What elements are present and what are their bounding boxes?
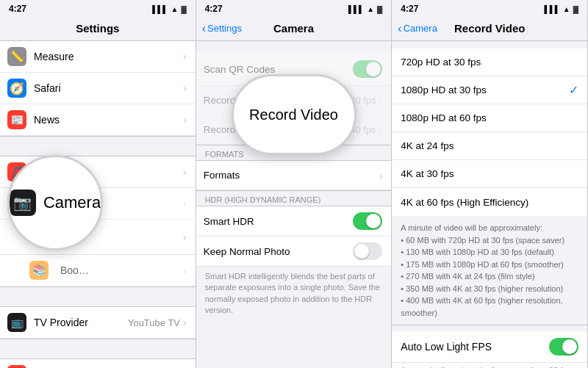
- magnifier-circle-2: Record Video: [232, 74, 356, 155]
- back-to-camera[interactable]: ‹ Camera: [398, 22, 437, 35]
- list-item-measure[interactable]: 📏 Measure ›: [0, 41, 196, 73]
- settings-list-container: 📏 Measure › 🧭 Safari › 📰 News › 🎵 Music: [0, 41, 196, 368]
- status-bar-1: 4:27 ▌▌▌ ▲ ▓: [0, 0, 196, 16]
- status-bar-3: 4:27 ▌▌▌ ▲ ▓: [392, 0, 587, 16]
- list-item-1080p30[interactable]: 1080p HD at 30 fps ✓: [392, 76, 587, 104]
- safari-icon: 🧭: [7, 79, 26, 98]
- panel-settings: 4:27 ▌▌▌ ▲ ▓ Settings 📏 Measure › 🧭 Safa…: [0, 0, 196, 368]
- back-arrow-icon: ‹: [202, 22, 206, 35]
- scan-qr-label: Scan QR Codes: [204, 64, 354, 75]
- toggle-thumb: [366, 62, 381, 76]
- keep-normal-label: Keep Normal Photo: [204, 246, 354, 257]
- camera-nav-title: Camera: [273, 22, 314, 35]
- list-item-formats[interactable]: Formats ›: [196, 161, 392, 190]
- auto-low-toggle[interactable]: [549, 338, 578, 356]
- wifi-icon-3: ▲: [563, 5, 570, 13]
- signal-icon-2: ▌▌▌: [348, 5, 364, 13]
- status-bar-2: 4:27 ▌▌▌ ▲ ▓: [196, 0, 392, 16]
- back-label: Settings: [207, 23, 242, 34]
- auto-low-light-row[interactable]: Auto Low Light FPS: [392, 331, 587, 363]
- list-item-keep-normal[interactable]: Keep Normal Photo: [196, 237, 392, 267]
- record-video-list-container: 720p HD at 30 fps 1080p HD at 30 fps ✓ 1…: [392, 41, 587, 368]
- books-label: Boo…: [60, 264, 183, 276]
- status-icons-3: ▌▌▌ ▲ ▓: [545, 5, 578, 13]
- list-item-smart-hdr[interactable]: Smart HDR: [196, 206, 392, 237]
- chevron-icon: ›: [183, 317, 187, 328]
- list-item-safari[interactable]: 🧭 Safari ›: [0, 73, 196, 104]
- signal-icon: ▌▌▌: [152, 5, 168, 13]
- record-video-nav-title: Record Video: [454, 22, 525, 35]
- tv-value: YouTube TV: [128, 317, 180, 328]
- 1080p60-label: 1080p HD at 60 fps: [401, 112, 578, 123]
- checkmark-icon: ✓: [569, 83, 578, 97]
- 720p30-label: 720p HD at 30 fps: [401, 57, 578, 68]
- chevron-icon: ›: [183, 264, 187, 276]
- top-spacer: [196, 41, 392, 53]
- books-icon: 📚: [29, 261, 49, 280]
- smart-hdr-toggle[interactable]: [353, 212, 382, 230]
- formats-label: Formats: [204, 170, 379, 181]
- tv-label: TV Provider: [34, 317, 128, 328]
- chevron-icon: ›: [183, 166, 187, 178]
- back-to-settings[interactable]: ‹ Settings: [202, 22, 242, 35]
- mid-spacer-3: [392, 325, 587, 331]
- video-size-info: A minute of video will be approximately:…: [392, 216, 587, 325]
- list-item-4k30[interactable]: 4K at 30 fps: [392, 160, 587, 188]
- status-time-1: 4:27: [9, 4, 26, 14]
- smart-hdr-label: Smart HDR: [204, 216, 354, 227]
- chevron-icon: ›: [379, 124, 383, 136]
- 4k24-label: 4K at 24 fps: [401, 140, 578, 151]
- wifi-icon: ▲: [171, 5, 178, 13]
- chevron-icon: ›: [379, 95, 383, 107]
- status-time-3: 4:27: [401, 4, 418, 14]
- list-item-1080p60[interactable]: 1080p HD at 60 fps: [392, 104, 587, 132]
- 4k60-label: 4K at 60 fps (High Efficiency): [401, 197, 578, 208]
- list-item-4k60[interactable]: 4K at 60 fps (High Efficiency): [392, 188, 587, 216]
- battery-icon-2: ▓: [377, 5, 382, 13]
- chevron-icon: ›: [183, 51, 187, 62]
- chevron-icon: ›: [379, 170, 383, 181]
- hdr-section-header: HDR (HIGH DYNAMIC RANGE): [196, 190, 392, 206]
- camera-icon-magnified: 📷: [10, 190, 36, 216]
- magnified-record-label: Record Video: [249, 107, 338, 123]
- status-icons-1: ▌▌▌ ▲ ▓: [152, 5, 186, 13]
- divider-2: [0, 286, 196, 307]
- camera-nav-bar: ‹ Settings Camera: [196, 16, 392, 41]
- news-icon: 📰: [7, 110, 26, 129]
- magnified-camera-label: Camera: [43, 193, 101, 212]
- list-item-books[interactable]: 📚 Boo… ›: [0, 255, 196, 286]
- 1080p30-label: 1080p HD at 30 fps: [401, 84, 564, 95]
- hdr-description: Smart HDR intelligently blends the best …: [196, 267, 392, 321]
- list-item-720p30[interactable]: 720p HD at 30 fps: [392, 48, 587, 76]
- settings-title: Settings: [76, 22, 119, 35]
- signal-icon-3: ▌▌▌: [545, 5, 560, 13]
- tv-icon: 📺: [7, 313, 26, 332]
- back-arrow-icon-3: ‹: [398, 22, 401, 35]
- keep-normal-toggle[interactable]: [353, 242, 382, 260]
- status-icons-2: ▌▌▌ ▲ ▓: [348, 5, 382, 13]
- panel-record-video: 4:27 ▌▌▌ ▲ ▓ ‹ Camera Record Video 720p …: [392, 0, 588, 368]
- back-label-3: Camera: [404, 23, 437, 34]
- breakforcist-icon: 🎮: [7, 365, 26, 368]
- settings-nav-bar: Settings: [0, 16, 196, 41]
- wifi-icon-2: ▲: [367, 5, 374, 13]
- scan-qr-toggle[interactable]: [353, 60, 382, 78]
- chevron-icon: ›: [183, 82, 187, 94]
- top-spacer-3: [392, 41, 587, 48]
- toggle-thumb: [366, 214, 381, 228]
- chevron-icon: ›: [183, 114, 187, 126]
- battery-icon: ▓: [181, 5, 186, 13]
- auto-low-description: Automatically reduce the frame rate from…: [392, 363, 587, 368]
- magnifier-circle-1: 📷 Camera: [7, 155, 103, 250]
- list-item-tv-provider[interactable]: 📺 TV Provider YouTube TV ›: [0, 307, 196, 339]
- record-video-nav-bar: ‹ Camera Record Video: [392, 16, 587, 41]
- toggle-thumb: [354, 244, 369, 259]
- list-item-news[interactable]: 📰 News ›: [0, 104, 196, 136]
- measure-icon: 📏: [7, 47, 26, 66]
- list-item-4k24[interactable]: 4K at 24 fps: [392, 132, 587, 160]
- toggle-thumb: [562, 339, 577, 354]
- list-item-breakforcist[interactable]: 🎮 #Breakforcist ›: [0, 359, 196, 368]
- chevron-icon: ›: [183, 198, 187, 209]
- divider-3: [0, 339, 196, 359]
- news-label: News: [34, 114, 183, 126]
